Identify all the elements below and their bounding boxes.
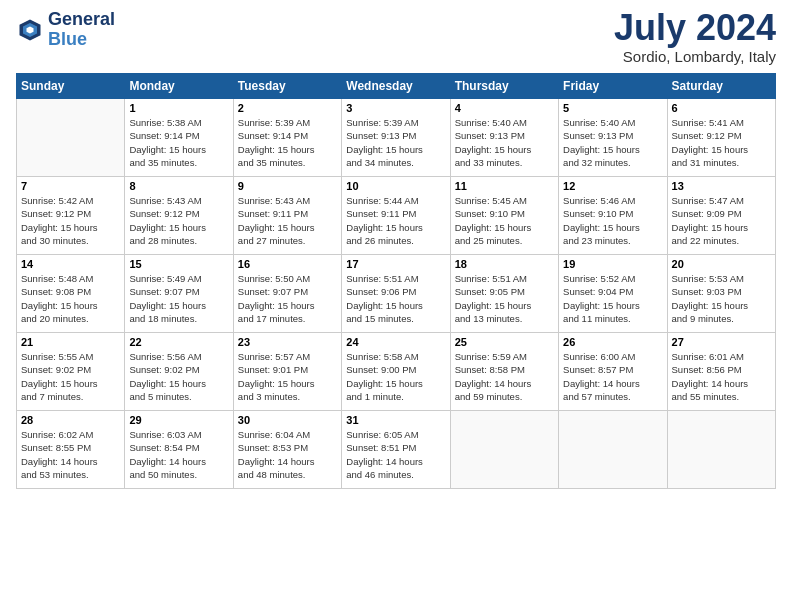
day-info: Sunrise: 5:48 AM Sunset: 9:08 PM Dayligh… — [21, 272, 120, 325]
day-cell: 31Sunrise: 6:05 AM Sunset: 8:51 PM Dayli… — [342, 411, 450, 489]
day-info: Sunrise: 6:05 AM Sunset: 8:51 PM Dayligh… — [346, 428, 445, 481]
day-cell: 16Sunrise: 5:50 AM Sunset: 9:07 PM Dayli… — [233, 255, 341, 333]
day-number: 31 — [346, 414, 445, 426]
day-cell — [667, 411, 775, 489]
day-info: Sunrise: 5:46 AM Sunset: 9:10 PM Dayligh… — [563, 194, 662, 247]
day-cell: 8Sunrise: 5:43 AM Sunset: 9:12 PM Daylig… — [125, 177, 233, 255]
day-number: 15 — [129, 258, 228, 270]
day-cell: 30Sunrise: 6:04 AM Sunset: 8:53 PM Dayli… — [233, 411, 341, 489]
day-cell: 10Sunrise: 5:44 AM Sunset: 9:11 PM Dayli… — [342, 177, 450, 255]
day-number: 2 — [238, 102, 337, 114]
day-cell: 22Sunrise: 5:56 AM Sunset: 9:02 PM Dayli… — [125, 333, 233, 411]
day-cell: 20Sunrise: 5:53 AM Sunset: 9:03 PM Dayli… — [667, 255, 775, 333]
page: General Blue July 2024 Sordio, Lombardy,… — [0, 0, 792, 499]
day-cell: 25Sunrise: 5:59 AM Sunset: 8:58 PM Dayli… — [450, 333, 558, 411]
day-info: Sunrise: 5:53 AM Sunset: 9:03 PM Dayligh… — [672, 272, 771, 325]
week-row-3: 14Sunrise: 5:48 AM Sunset: 9:08 PM Dayli… — [17, 255, 776, 333]
calendar-table: SundayMondayTuesdayWednesdayThursdayFrid… — [16, 73, 776, 489]
day-cell: 7Sunrise: 5:42 AM Sunset: 9:12 PM Daylig… — [17, 177, 125, 255]
day-info: Sunrise: 5:58 AM Sunset: 9:00 PM Dayligh… — [346, 350, 445, 403]
day-info: Sunrise: 5:51 AM Sunset: 9:05 PM Dayligh… — [455, 272, 554, 325]
week-row-4: 21Sunrise: 5:55 AM Sunset: 9:02 PM Dayli… — [17, 333, 776, 411]
title-block: July 2024 Sordio, Lombardy, Italy — [614, 10, 776, 65]
day-number: 19 — [563, 258, 662, 270]
day-cell: 28Sunrise: 6:02 AM Sunset: 8:55 PM Dayli… — [17, 411, 125, 489]
day-number: 29 — [129, 414, 228, 426]
day-cell: 18Sunrise: 5:51 AM Sunset: 9:05 PM Dayli… — [450, 255, 558, 333]
day-cell: 17Sunrise: 5:51 AM Sunset: 9:06 PM Dayli… — [342, 255, 450, 333]
day-cell: 14Sunrise: 5:48 AM Sunset: 9:08 PM Dayli… — [17, 255, 125, 333]
day-cell: 11Sunrise: 5:45 AM Sunset: 9:10 PM Dayli… — [450, 177, 558, 255]
day-cell: 9Sunrise: 5:43 AM Sunset: 9:11 PM Daylig… — [233, 177, 341, 255]
day-cell: 4Sunrise: 5:40 AM Sunset: 9:13 PM Daylig… — [450, 99, 558, 177]
day-cell: 3Sunrise: 5:39 AM Sunset: 9:13 PM Daylig… — [342, 99, 450, 177]
day-number: 24 — [346, 336, 445, 348]
day-number: 23 — [238, 336, 337, 348]
day-number: 27 — [672, 336, 771, 348]
day-info: Sunrise: 5:42 AM Sunset: 9:12 PM Dayligh… — [21, 194, 120, 247]
day-info: Sunrise: 5:38 AM Sunset: 9:14 PM Dayligh… — [129, 116, 228, 169]
day-info: Sunrise: 5:43 AM Sunset: 9:12 PM Dayligh… — [129, 194, 228, 247]
day-number: 3 — [346, 102, 445, 114]
day-info: Sunrise: 5:51 AM Sunset: 9:06 PM Dayligh… — [346, 272, 445, 325]
col-header-thursday: Thursday — [450, 74, 558, 99]
week-row-5: 28Sunrise: 6:02 AM Sunset: 8:55 PM Dayli… — [17, 411, 776, 489]
day-cell: 26Sunrise: 6:00 AM Sunset: 8:57 PM Dayli… — [559, 333, 667, 411]
day-info: Sunrise: 5:50 AM Sunset: 9:07 PM Dayligh… — [238, 272, 337, 325]
day-info: Sunrise: 6:04 AM Sunset: 8:53 PM Dayligh… — [238, 428, 337, 481]
day-number: 26 — [563, 336, 662, 348]
day-info: Sunrise: 5:44 AM Sunset: 9:11 PM Dayligh… — [346, 194, 445, 247]
day-number: 14 — [21, 258, 120, 270]
month-title: July 2024 — [614, 10, 776, 46]
col-header-sunday: Sunday — [17, 74, 125, 99]
day-number: 25 — [455, 336, 554, 348]
logo-text: General Blue — [48, 10, 115, 50]
day-number: 16 — [238, 258, 337, 270]
day-number: 9 — [238, 180, 337, 192]
day-cell: 12Sunrise: 5:46 AM Sunset: 9:10 PM Dayli… — [559, 177, 667, 255]
day-cell: 24Sunrise: 5:58 AM Sunset: 9:00 PM Dayli… — [342, 333, 450, 411]
day-cell: 19Sunrise: 5:52 AM Sunset: 9:04 PM Dayli… — [559, 255, 667, 333]
day-number: 18 — [455, 258, 554, 270]
location: Sordio, Lombardy, Italy — [614, 48, 776, 65]
day-number: 28 — [21, 414, 120, 426]
day-cell: 1Sunrise: 5:38 AM Sunset: 9:14 PM Daylig… — [125, 99, 233, 177]
day-number: 13 — [672, 180, 771, 192]
day-number: 6 — [672, 102, 771, 114]
day-info: Sunrise: 5:41 AM Sunset: 9:12 PM Dayligh… — [672, 116, 771, 169]
col-header-friday: Friday — [559, 74, 667, 99]
day-number: 7 — [21, 180, 120, 192]
day-number: 8 — [129, 180, 228, 192]
day-info: Sunrise: 6:02 AM Sunset: 8:55 PM Dayligh… — [21, 428, 120, 481]
day-number: 22 — [129, 336, 228, 348]
day-info: Sunrise: 5:52 AM Sunset: 9:04 PM Dayligh… — [563, 272, 662, 325]
day-info: Sunrise: 6:03 AM Sunset: 8:54 PM Dayligh… — [129, 428, 228, 481]
header: General Blue July 2024 Sordio, Lombardy,… — [16, 10, 776, 65]
col-header-saturday: Saturday — [667, 74, 775, 99]
day-cell: 5Sunrise: 5:40 AM Sunset: 9:13 PM Daylig… — [559, 99, 667, 177]
day-info: Sunrise: 5:43 AM Sunset: 9:11 PM Dayligh… — [238, 194, 337, 247]
day-info: Sunrise: 5:40 AM Sunset: 9:13 PM Dayligh… — [455, 116, 554, 169]
day-info: Sunrise: 5:40 AM Sunset: 9:13 PM Dayligh… — [563, 116, 662, 169]
col-header-wednesday: Wednesday — [342, 74, 450, 99]
day-info: Sunrise: 5:45 AM Sunset: 9:10 PM Dayligh… — [455, 194, 554, 247]
logo-icon — [16, 16, 44, 44]
day-info: Sunrise: 5:49 AM Sunset: 9:07 PM Dayligh… — [129, 272, 228, 325]
day-number: 4 — [455, 102, 554, 114]
day-cell: 23Sunrise: 5:57 AM Sunset: 9:01 PM Dayli… — [233, 333, 341, 411]
day-cell: 6Sunrise: 5:41 AM Sunset: 9:12 PM Daylig… — [667, 99, 775, 177]
week-row-2: 7Sunrise: 5:42 AM Sunset: 9:12 PM Daylig… — [17, 177, 776, 255]
day-info: Sunrise: 6:01 AM Sunset: 8:56 PM Dayligh… — [672, 350, 771, 403]
day-number: 11 — [455, 180, 554, 192]
day-info: Sunrise: 5:39 AM Sunset: 9:14 PM Dayligh… — [238, 116, 337, 169]
day-info: Sunrise: 5:39 AM Sunset: 9:13 PM Dayligh… — [346, 116, 445, 169]
day-number: 1 — [129, 102, 228, 114]
day-info: Sunrise: 5:56 AM Sunset: 9:02 PM Dayligh… — [129, 350, 228, 403]
day-cell: 2Sunrise: 5:39 AM Sunset: 9:14 PM Daylig… — [233, 99, 341, 177]
day-number: 10 — [346, 180, 445, 192]
header-row: SundayMondayTuesdayWednesdayThursdayFrid… — [17, 74, 776, 99]
col-header-monday: Monday — [125, 74, 233, 99]
day-info: Sunrise: 5:59 AM Sunset: 8:58 PM Dayligh… — [455, 350, 554, 403]
day-info: Sunrise: 6:00 AM Sunset: 8:57 PM Dayligh… — [563, 350, 662, 403]
day-cell — [450, 411, 558, 489]
